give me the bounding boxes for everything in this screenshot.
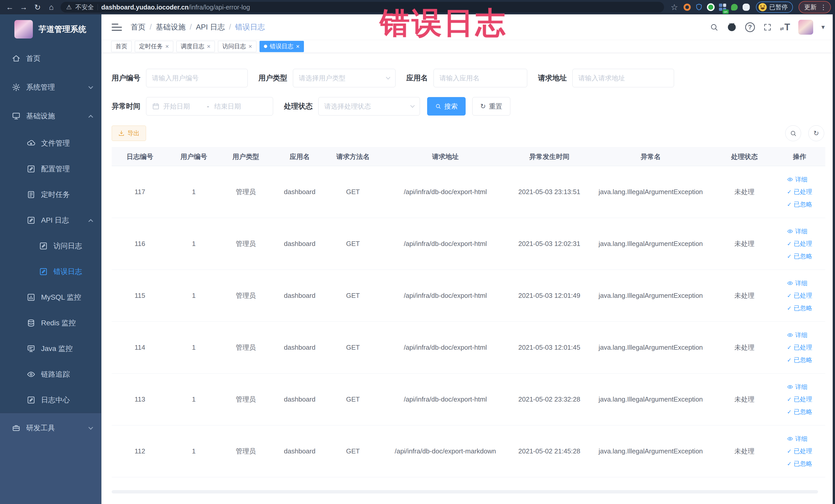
toggle-search-button[interactable] [785, 125, 801, 141]
mark-ignored-link[interactable]: 已忽略 [787, 459, 812, 469]
browser-update-button[interactable]: 更新 [798, 1, 831, 13]
sidebar-item-infrastructure[interactable]: 基础设施 [0, 102, 101, 130]
sidebar-item-label: 链路追踪 [41, 369, 70, 379]
sidebar-item-home[interactable]: 首页 [0, 44, 101, 73]
fullscreen-icon[interactable] [763, 23, 772, 32]
sidebar-item-api-logs[interactable]: API 日志 [0, 207, 101, 233]
sidebar-item-redis-monitor[interactable]: Redis 监控 [0, 310, 101, 336]
breadcrumb-item[interactable]: API 日志 [196, 22, 225, 32]
font-size-icon[interactable] [780, 22, 790, 33]
close-icon[interactable] [248, 43, 252, 50]
tab-access-log[interactable]: 访问日志 [218, 41, 257, 52]
tab-error-log[interactable]: 错误日志 [260, 41, 304, 52]
bookmark-star-icon[interactable] [669, 2, 680, 13]
request-url-field[interactable] [578, 74, 668, 82]
url-path: /infra/log/api-error-log [189, 4, 250, 11]
tab-schedule-log[interactable]: 调度日志 [176, 41, 215, 52]
tab-home[interactable]: 首页 [111, 41, 132, 52]
refresh-table-button[interactable] [808, 125, 824, 141]
page-url[interactable]: dashboard.yudao.iocoder.cn/infra/log/api… [101, 4, 250, 11]
java-monitor-icon [27, 344, 36, 353]
mark-processed-link[interactable]: 已处理 [787, 239, 812, 249]
address-bar[interactable]: 不安全 dashboard.yudao.iocoder.cn/infra/log… [61, 2, 664, 13]
reset-button[interactable]: 重置 [472, 97, 510, 116]
sidebar-item-log-center[interactable]: 日志中心 [0, 387, 101, 413]
mark-processed-link[interactable]: 已处理 [787, 394, 812, 405]
sidebar-item-java-monitor[interactable]: Java 监控 [0, 336, 101, 362]
check-icon [787, 290, 792, 301]
sidebar-item-dev-tools[interactable]: 研发工具 [0, 413, 101, 443]
user-type-select[interactable] [293, 69, 395, 87]
extension-icon-green-circle[interactable] [706, 3, 715, 12]
sidebar-item-system-management[interactable]: 系统管理 [0, 73, 101, 102]
close-icon[interactable] [165, 43, 169, 50]
sidebar-item-scheduled-tasks[interactable]: 定时任务 [0, 182, 101, 207]
process-status-field[interactable] [324, 102, 407, 110]
sidebar-item-error-log[interactable]: 错误日志 [0, 259, 101, 284]
detail-link[interactable]: 详细 [787, 434, 808, 444]
mark-ignored-link[interactable]: 已忽略 [787, 407, 812, 417]
tab-scheduled-tasks[interactable]: 定时任务 [135, 41, 173, 52]
search-icon[interactable] [710, 23, 718, 32]
detail-link[interactable]: 详细 [787, 330, 808, 340]
collapse-sidebar-icon[interactable] [111, 24, 122, 31]
mark-processed-link[interactable]: 已处理 [787, 290, 812, 301]
breadcrumb-item[interactable]: 首页 [131, 22, 145, 32]
profile-paused-badge[interactable]: 已暂停 [756, 2, 793, 13]
sidebar-item-file-management[interactable]: 文件管理 [0, 130, 101, 156]
process-status-select[interactable] [318, 97, 420, 116]
extension-icon-puzzle[interactable] [741, 3, 751, 12]
close-icon[interactable] [207, 43, 210, 50]
browser-menu-icon[interactable] [820, 3, 827, 11]
search-button[interactable]: 搜索 [427, 97, 466, 116]
mark-processed-label: 已处理 [794, 394, 812, 404]
sidebar-item-label: API 日志 [41, 216, 69, 225]
mark-ignored-link[interactable]: 已忽略 [787, 251, 812, 262]
app-name-input[interactable] [433, 69, 527, 87]
mark-ignored-link[interactable]: 已忽略 [787, 355, 812, 365]
export-button[interactable]: 导出 [111, 125, 146, 141]
app-header: 首页 / 基础设施 / API 日志 / 错误日志 [101, 14, 835, 40]
mark-processed-link[interactable]: 已处理 [787, 342, 812, 353]
sidebar-item-config-management[interactable]: 配置管理 [0, 156, 101, 182]
detail-link[interactable]: 详细 [787, 174, 808, 185]
user-type-field[interactable] [299, 74, 383, 82]
extension-icon-sprout[interactable] [730, 3, 739, 12]
mark-processed-link[interactable]: 已处理 [787, 187, 812, 197]
sidebar-item-mysql-monitor[interactable]: MySQL 监控 [0, 284, 101, 310]
extension-icon-grid[interactable]: on [718, 3, 727, 12]
request-url-input[interactable] [572, 69, 674, 87]
help-icon[interactable] [745, 22, 755, 32]
detail-link[interactable]: 详细 [787, 226, 808, 237]
mark-ignored-link[interactable]: 已忽略 [787, 303, 812, 314]
github-icon[interactable] [727, 22, 737, 32]
extension-icon-orange[interactable] [683, 3, 692, 12]
browser-reload-icon[interactable] [32, 2, 43, 13]
date-range-picker[interactable]: - [146, 97, 273, 116]
app-name-field[interactable] [440, 74, 521, 82]
eye-icon [787, 384, 793, 390]
user-id-input[interactable] [146, 69, 248, 87]
browser-home-icon[interactable] [46, 2, 57, 13]
close-icon[interactable] [296, 43, 300, 50]
user-avatar[interactable] [798, 20, 813, 35]
browser-forward-icon[interactable] [18, 2, 29, 13]
browser-scrollbar[interactable] [833, 14, 835, 504]
start-date-field[interactable] [163, 102, 202, 110]
detail-link[interactable]: 详细 [787, 382, 808, 392]
user-menu-caret-icon[interactable] [821, 23, 825, 31]
sidebar-item-label: Java 监控 [41, 344, 73, 354]
sidebar-logo-row[interactable]: 芋道管理系统 [0, 14, 101, 44]
mark-ignored-link[interactable]: 已忽略 [787, 199, 812, 210]
cell-request-url: /api/infra/db-doc/export-html [379, 322, 512, 374]
end-date-field[interactable] [214, 102, 253, 110]
user-id-field[interactable] [152, 74, 242, 82]
detail-link[interactable]: 详细 [787, 278, 808, 288]
sidebar-item-access-log[interactable]: 访问日志 [0, 233, 101, 259]
browser-back-icon[interactable] [4, 2, 15, 13]
mark-processed-label: 已处理 [794, 446, 812, 456]
breadcrumb-item[interactable]: 基础设施 [156, 22, 186, 32]
sidebar-item-tracing[interactable]: 链路追踪 [0, 362, 101, 387]
mark-processed-link[interactable]: 已处理 [787, 446, 812, 457]
extension-icon-shield[interactable] [694, 3, 704, 12]
